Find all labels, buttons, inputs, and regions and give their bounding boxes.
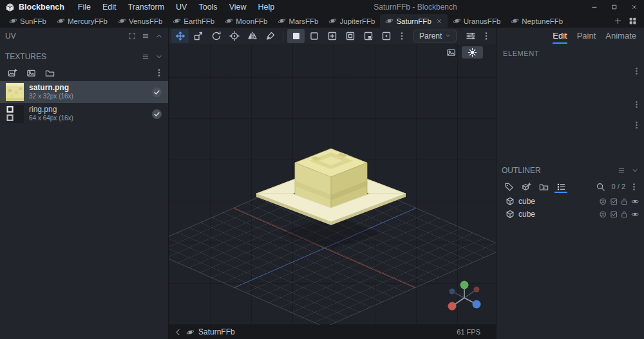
import-texture-button[interactable] [5,66,20,79]
collapse-footer-icon[interactable] [174,328,182,336]
toggle-square-plus[interactable] [323,29,341,43]
toggle-square-filled[interactable] [287,29,305,43]
transform-space-label: Parent [419,32,442,41]
menu-help[interactable]: Help [252,3,281,12]
outliner-row[interactable]: cube [497,208,644,221]
toolbar-settings[interactable] [462,29,479,43]
outliner-row-actions [599,210,639,219]
titlebar: Blockbench FileEditTransformUVToolsViewH… [0,0,644,14]
texture-row[interactable]: saturn.png32 x 32px (16x) [0,81,168,103]
minimize-button[interactable] [584,0,604,14]
autouv-icon[interactable] [599,210,607,219]
autouv-icon[interactable] [599,197,607,206]
lock-icon[interactable] [620,197,629,206]
shading-toggle-button[interactable] [462,46,483,59]
tab-moonffb[interactable]: MoonFFb [220,14,272,28]
move-icon [175,31,185,41]
collapse-panel-icon[interactable] [155,32,163,40]
hierarchy-view-button[interactable] [554,180,567,193]
panel-menu-icon[interactable] [618,167,625,174]
list-icon [556,182,566,192]
vertex-snap-tool[interactable] [243,29,261,43]
tab-earthffb[interactable]: EarthFFb [167,14,220,28]
tab-label: NeptuneFFb [522,17,563,25]
toolbar-menu-icon[interactable] [482,32,491,41]
sq-corner-icon [363,31,374,41]
toggle-square-outline[interactable] [305,29,323,43]
outliner-overflow-icon[interactable] [630,183,638,191]
element-overflow-icon[interactable] [632,121,641,129]
close-tab-icon[interactable] [436,18,442,24]
create-texture-button[interactable] [23,66,39,79]
toggle-square-corner[interactable] [359,29,377,43]
menu-edit[interactable]: Edit [97,3,122,12]
search-icon[interactable] [594,180,607,193]
expand-panel-icon[interactable] [128,32,136,40]
resize-tool[interactable] [189,29,207,43]
panel-menu-icon[interactable] [142,53,149,60]
export-checkbox-icon[interactable] [610,210,618,219]
texture-visible-toggle[interactable] [151,87,162,98]
tab-sunffb[interactable]: SunFFb [4,14,52,28]
tab-overview-button[interactable] [625,14,640,28]
visibility-icon[interactable] [631,197,639,206]
toolbar-overflow-icon[interactable] [397,32,406,41]
textures-panel-header[interactable]: TEXTURES [0,49,168,64]
collapse-panel-icon[interactable] [631,167,639,174]
tab-uranusffb[interactable]: UranusFFb [448,14,506,28]
add-group-button[interactable] [537,180,550,193]
image-plus-icon [8,68,17,78]
mode-tabs: EditPaintAnimate [497,28,644,44]
texture-meta: 32 x 32px (16x) [29,93,73,101]
visibility-icon[interactable] [631,210,639,219]
toggle-labels-button[interactable] [502,180,515,193]
pivot-tool[interactable] [225,29,243,43]
lock-icon[interactable] [620,210,629,219]
brush-tool[interactable] [261,29,279,43]
element-overflow-icon[interactable] [632,67,641,75]
panel-menu-icon[interactable] [142,32,149,40]
tab-mercuryffb[interactable]: MercuryFFb [52,14,113,28]
maximize-button[interactable] [604,0,624,14]
close-button[interactable] [624,0,644,14]
outliner-panel-header[interactable]: OUTLINER [497,163,644,178]
grid-icon [629,17,637,25]
outliner-row[interactable]: cube [497,195,644,208]
texture-row[interactable]: ring.png64 x 64px (16x) [0,103,168,125]
add-cube-button[interactable] [520,180,533,193]
element-overflow-icon[interactable] [632,100,641,109]
append-textures-button[interactable] [42,66,57,79]
menu-uv[interactable]: UV [170,3,193,12]
screenshot-button[interactable] [443,46,459,59]
view-axis-gizmo[interactable] [442,277,487,317]
textures-overflow-icon[interactable] [155,68,164,77]
collapse-panel-icon[interactable] [155,53,163,60]
texture-visible-toggle[interactable] [151,109,162,120]
new-tab-button[interactable] [611,14,625,28]
menu-view[interactable]: View [223,3,252,12]
viewport-3d[interactable] [169,44,496,325]
menu-file[interactable]: File [72,3,97,12]
saturn-model[interactable] [233,131,426,253]
mode-tab-paint[interactable]: Paint [577,28,596,44]
mode-tab-animate[interactable]: Animate [605,28,636,44]
tab-marsffb[interactable]: MarsFFb [272,14,323,28]
texture-thumbnail [6,83,24,101]
toggle-square-frame[interactable] [341,29,359,43]
mode-tab-edit[interactable]: Edit [553,28,567,44]
toggle-square-dot[interactable] [377,29,395,43]
tab-neptuneffb[interactable]: NeptuneFFb [506,14,568,28]
window-title: SaturnFFb - Blockbench [374,3,457,12]
menu-transform[interactable]: Transform [122,3,171,12]
tab-actions [611,14,644,28]
tab-jupiterffb[interactable]: JupiterFFb [323,14,380,28]
tab-saturnffb[interactable]: SaturnFFb [380,14,447,28]
uv-panel-header[interactable]: UV [0,28,168,44]
rotate-tool[interactable] [207,29,225,43]
move-tool[interactable] [171,29,189,43]
transform-space-select[interactable]: Parent [413,30,457,42]
menu-tools[interactable]: Tools [193,3,223,12]
tab-venusffb[interactable]: VenusFFb [113,14,167,28]
brush-icon [265,31,276,41]
export-checkbox-icon[interactable] [610,197,618,206]
